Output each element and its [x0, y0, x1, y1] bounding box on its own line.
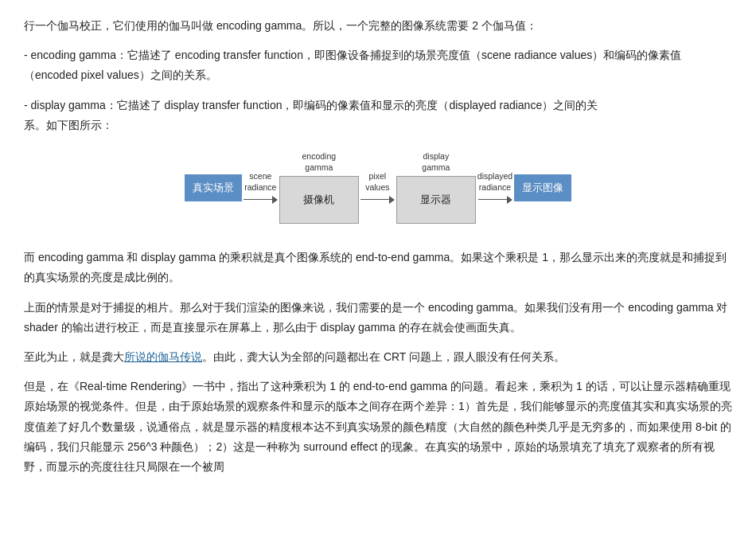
para2-text: 而 encoding gamma 和 display gamma 的乘积就是真个… — [24, 251, 727, 283]
para5-block: 但是，在《Real-time Rendering》一书中，指出了这种乘积为 1 … — [24, 377, 732, 477]
camera-label: 摄像机 — [303, 191, 334, 209]
scene-box: 真实场景 — [185, 174, 242, 201]
para3-text: 上面的情景是对于捕捉的相片。那么对于我们渲染的图像来说，我们需要的是一个 enc… — [24, 301, 727, 334]
pixel-values-left-label: pixel values — [365, 171, 389, 193]
bullet2-suffix-text: 系。如下图所示： — [24, 119, 113, 131]
bullet1-text: - encoding gamma：它描述了 encoding transfer … — [24, 49, 681, 81]
para4-prefix: 至此为止，就是龚大 — [24, 350, 124, 363]
monitor-box: 显示器 — [396, 176, 476, 224]
para4-block: 至此为止，就是龚大所说的伽马传说。由此，龚大认为全部的问题都出在 CRT 问题上… — [24, 347, 732, 367]
para3-block: 上面的情景是对于捕捉的相片。那么对于我们渲染的图像来说，我们需要的是一个 enc… — [24, 298, 732, 338]
monitor-label: 显示器 — [420, 191, 451, 209]
para5-text: 但是，在《Real-time Rendering》一书中，指出了这种乘积为 1 … — [24, 380, 732, 473]
scene-radiance-label: scene radiance — [244, 171, 276, 193]
intro-text: 行一个伽马校正，它们使用的伽马叫做 encoding gamma。所以，一个完整… — [24, 19, 537, 32]
gamma-diagram: 真实场景 scene radiance encoding gamma 摄像机 p… — [24, 151, 732, 224]
displayed-radiance-arrow: displayed radiance — [477, 171, 512, 203]
encoding-gamma-label: encoding gamma — [302, 151, 337, 173]
intro-paragraph: 行一个伽马校正，它们使用的伽马叫做 encoding gamma。所以，一个完整… — [24, 16, 732, 36]
bullet1-paragraph: - encoding gamma：它描述了 encoding transfer … — [24, 45, 732, 85]
output-box: 显示图像 — [514, 174, 571, 201]
para2-block: 而 encoding gamma 和 display gamma 的乘积就是真个… — [24, 248, 732, 287]
monitor-section: display gamma 显示器 — [396, 151, 476, 224]
gamma-legend-link[interactable]: 所说的伽马传说 — [124, 350, 202, 363]
scene-radiance-arrow: scene radiance — [244, 171, 278, 203]
display-gamma-label: display gamma — [422, 151, 450, 173]
para4-suffix: 。由此，龚大认为全部的问题都出在 CRT 问题上，跟人眼没有任何关系。 — [202, 350, 565, 363]
camera-section: encoding gamma 摄像机 — [279, 151, 359, 224]
bullet2-text: - display gamma：它描述了 display transfer fu… — [24, 99, 598, 111]
bullet2-paragraph: - display gamma：它描述了 display transfer fu… — [24, 96, 732, 135]
pixel-values-left-arrow: pixel values — [360, 171, 395, 203]
displayed-radiance-label: displayed radiance — [477, 171, 512, 193]
camera-box: 摄像机 — [279, 176, 359, 224]
